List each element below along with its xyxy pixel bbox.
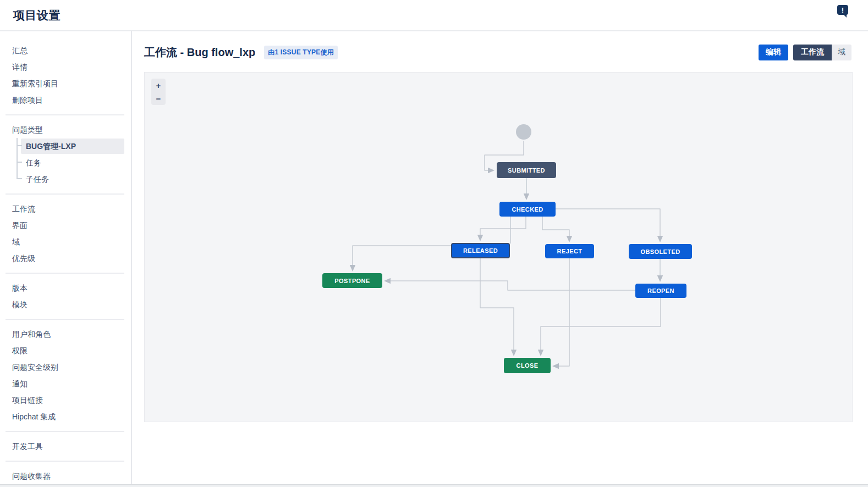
feedback-glyph: ! xyxy=(842,6,844,14)
sidebar-item-问题类型[interactable]: 问题类型 xyxy=(0,121,131,138)
sidebar-item-label: BUG管理-LXP xyxy=(26,142,76,151)
sidebar-item-版本[interactable]: 版本 xyxy=(0,280,131,296)
status-node-released[interactable]: RELEASED xyxy=(451,243,510,258)
sidebar-separator xyxy=(6,273,124,274)
status-node-reject[interactable]: REJECT xyxy=(545,244,594,258)
sidebar-separator xyxy=(6,193,124,195)
workflow-diagram-canvas: + − SUBMITTEDCHECKEDRELEASEDREJECTOBSOLE… xyxy=(144,72,853,422)
sidebar-item-权限[interactable]: 权限 xyxy=(0,342,131,359)
sidebar-item-label: 优先级 xyxy=(12,254,35,263)
feedback-icon[interactable]: ! xyxy=(837,5,848,15)
settings-sidebar: 汇总详情重新索引项目删除项目问题类型BUG管理-LXP任务子任务工作流界面域优先… xyxy=(0,31,132,484)
sidebar-item-label: 用户和角色 xyxy=(12,330,51,339)
sidebar-item-label: 模块 xyxy=(12,300,28,309)
edit-button[interactable]: 编辑 xyxy=(759,45,788,60)
edge-reject-to-close xyxy=(554,258,569,366)
page-header: 项目设置 ! xyxy=(0,0,868,31)
tree-connector-icon xyxy=(17,171,22,179)
issue-type-usage-badge[interactable]: 由1 ISSUE TYPE使用 xyxy=(264,46,338,59)
sidebar-item-用户和角色[interactable]: 用户和角色 xyxy=(0,326,131,342)
sidebar-item-label: 删除项目 xyxy=(12,96,43,104)
sidebar-item-通知[interactable]: 通知 xyxy=(0,375,131,392)
page-title: 项目设置 xyxy=(13,8,61,23)
status-node-close[interactable]: CLOSE xyxy=(504,358,551,373)
sidebar-separator xyxy=(6,461,124,462)
sidebar-item-label: 子任务 xyxy=(26,175,49,184)
sidebar-item-域[interactable]: 域 xyxy=(0,234,131,250)
tree-connector-icon xyxy=(17,154,22,163)
status-node-submitted[interactable]: SUBMITTED xyxy=(497,162,556,178)
sidebar-item-删除项目[interactable]: 删除项目 xyxy=(0,92,131,108)
sidebar-item-label: 开发工具 xyxy=(12,442,43,451)
sidebar-item-label: 权限 xyxy=(12,346,28,355)
status-node-postpone[interactable]: POSTPONE xyxy=(322,273,382,288)
tree-connector-icon xyxy=(17,138,22,146)
status-node-obsoleted[interactable]: OBSOLETED xyxy=(629,244,692,259)
sidebar-item-问题安全级别[interactable]: 问题安全级别 xyxy=(0,359,131,375)
zoom-out-button[interactable]: − xyxy=(151,92,166,105)
sidebar-item-优先级[interactable]: 优先级 xyxy=(0,250,131,267)
workflow-title: 工作流 - Bug flow_lxp xyxy=(144,45,255,60)
edge-checked-to-released xyxy=(480,217,526,240)
mode-diagram-button[interactable]: 工作流 xyxy=(793,45,832,60)
sidebar-item-label: 详情 xyxy=(12,63,28,71)
sidebar-item-模块[interactable]: 模块 xyxy=(0,296,131,313)
start-node[interactable] xyxy=(516,124,531,140)
sidebar-item-详情[interactable]: 详情 xyxy=(0,59,131,75)
edge-checked-to-reject xyxy=(542,217,569,241)
sidebar-item-label: 工作流 xyxy=(12,204,35,213)
edge-reopen-to-close xyxy=(541,298,661,355)
sidebar-item-任务[interactable]: 任务 xyxy=(0,154,131,171)
sidebar-item-label: 汇总 xyxy=(12,46,28,55)
edge-released-to-close xyxy=(480,258,514,355)
sidebar-item-界面[interactable]: 界面 xyxy=(0,217,131,234)
sidebar-item-BUG管理-LXP[interactable]: BUG管理-LXP xyxy=(0,138,131,154)
sidebar-item-label: 任务 xyxy=(26,158,41,167)
tree-connector-line xyxy=(17,163,18,171)
sidebar-separator xyxy=(6,431,124,432)
sidebar-item-label: 问题类型 xyxy=(12,125,43,134)
window-bottom-edge xyxy=(0,484,868,487)
edge-released-to-postpone xyxy=(353,246,451,270)
sidebar-item-label: 项目链接 xyxy=(12,396,43,405)
sidebar-item-问题收集器[interactable]: 问题收集器 xyxy=(0,468,131,484)
sidebar-separator xyxy=(6,114,124,115)
sidebar-item-label: 问题安全级别 xyxy=(12,363,58,372)
sidebar-item-子任务[interactable]: 子任务 xyxy=(0,171,131,187)
mode-text-button[interactable]: 域 xyxy=(832,45,851,60)
edge-checked-to-obsoleted xyxy=(556,209,660,241)
sidebar-item-label: 重新索引项目 xyxy=(12,79,58,88)
sidebar-item-label: 版本 xyxy=(12,284,28,292)
sidebar-item-label: 界面 xyxy=(12,221,28,230)
main-content: 工作流 - Bug flow_lxp 由1 ISSUE TYPE使用 编辑 工作… xyxy=(132,31,868,484)
tree-connector-line xyxy=(17,146,18,155)
sidebar-item-工作流[interactable]: 工作流 xyxy=(0,201,131,217)
sidebar-item-Hipchat 集成[interactable]: Hipchat 集成 xyxy=(0,408,131,425)
sidebar-separator xyxy=(6,319,124,320)
sidebar-item-项目链接[interactable]: 项目链接 xyxy=(0,392,131,408)
zoom-control: + − xyxy=(151,79,166,105)
sidebar-item-重新索引项目[interactable]: 重新索引项目 xyxy=(0,75,131,92)
sidebar-item-label: 通知 xyxy=(12,379,28,388)
edge-reopen-to-postpone xyxy=(386,281,635,290)
zoom-in-button[interactable]: + xyxy=(151,79,166,92)
sidebar-item-label: Hipchat 集成 xyxy=(12,412,56,421)
status-node-reopen[interactable]: REOPEN xyxy=(635,284,686,298)
sidebar-item-汇总[interactable]: 汇总 xyxy=(0,42,131,59)
sidebar-item-开发工具[interactable]: 开发工具 xyxy=(0,438,131,455)
sidebar-item-label: 问题收集器 xyxy=(12,472,51,480)
view-mode-toggle: 工作流 域 xyxy=(793,45,851,60)
status-node-checked[interactable]: CHECKED xyxy=(499,202,556,217)
sidebar-item-label: 域 xyxy=(12,237,20,246)
